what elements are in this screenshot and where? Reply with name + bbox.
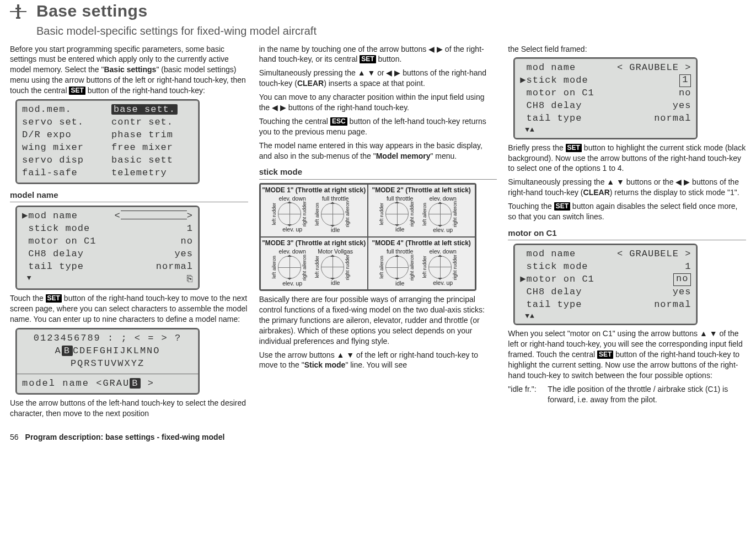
menu-item: telemetry [111, 167, 193, 180]
stick-label: elev. up [272, 227, 313, 233]
menu-item: basic sett [111, 154, 193, 167]
value: < GRAUBELE > [617, 62, 691, 74]
text: Touching the central [259, 117, 330, 126]
para: the Select field framed: [508, 44, 746, 55]
stick-mode-diagram: "MODE 1" (Throttle at right stick) elev.… [259, 183, 476, 291]
stick-label: idle [315, 227, 356, 233]
def-term: "idle fr.": [508, 384, 543, 405]
lcd-char-entry: 0123456789 : ; < = > ? ABCDEFGHIJKLMNO P… [15, 328, 200, 395]
label: mod name [28, 211, 78, 221]
text: ) inserts a space at that point. [324, 79, 425, 88]
stick-label: elev. down [272, 249, 313, 255]
value: < GRAUBELE > [617, 248, 691, 261]
set-key: SET [566, 144, 582, 152]
bold: Stick mode [304, 360, 346, 369]
text: ) returns the display to stick mode "1". [610, 188, 739, 197]
stick-label: right aileron [302, 255, 307, 281]
menu-item: fail-safe [22, 167, 104, 180]
para: Basically there are four possible ways o… [259, 294, 497, 346]
text: " menu. [430, 152, 457, 160]
label: tail type [520, 112, 582, 125]
para: Use the arrow buttons of the left-hand t… [10, 398, 248, 419]
page-footer: 56 Program description: base settings - … [10, 432, 746, 443]
mode-title: "MODE 4" (Throttle at left stick) [372, 239, 470, 247]
set-key: SET [69, 87, 85, 95]
stick-label: full throttle [379, 196, 420, 202]
menu-item: phase trim [111, 129, 193, 142]
text: button. [376, 55, 402, 63]
para: You can move to any character position w… [259, 92, 497, 113]
intro-para: Before you start programming specific pa… [10, 44, 248, 96]
menu-item: free mixer [111, 142, 193, 154]
label: CH8 delay [520, 286, 582, 299]
mode-title: "MODE 1" (Throttle at right stick) [262, 186, 366, 194]
para: Simultaneously pressing the ▲ ▼ or ◀ ▶ b… [259, 68, 497, 89]
svg-rect-3 [16, 17, 20, 19]
stick-label: Motor Vollgas [315, 249, 356, 255]
label: stick mode [28, 223, 90, 234]
label: mod name [520, 248, 576, 261]
label: mod name [527, 62, 576, 73]
mode-title: "MODE 2" (Throttle at left stick) [372, 186, 470, 194]
stick-label: full throttle [315, 196, 356, 202]
menu-item: servo set. [22, 116, 104, 129]
stick-label: right aileron [410, 255, 415, 281]
stick-label: right rudder [453, 255, 458, 280]
char-row: PQRSTUVWXYZ [22, 358, 193, 370]
esc-key: ESC [330, 117, 347, 126]
stick-icon [385, 256, 409, 279]
set-key: SET [597, 351, 613, 359]
stick-label: left rudder [272, 203, 277, 225]
text: button of the right-hand touch-key: [85, 86, 205, 95]
definition-idle-fr: "idle fr.": The idle position of the thr… [508, 384, 746, 405]
set-key: SET [554, 202, 570, 211]
label: motor on C1 [28, 236, 96, 246]
def-desc: The idle position of the throttle / airb… [548, 384, 746, 405]
column-2: in the name by touching one of the arrow… [259, 44, 497, 422]
stick-icon [428, 256, 452, 279]
entered: GRAU [103, 378, 130, 389]
para: The model name entered in this way appea… [259, 141, 497, 161]
stick-label: elev. up [272, 281, 313, 287]
stick-label: left rudder [315, 256, 320, 278]
stick-label: elev. down [272, 196, 313, 202]
para: Touch the SET button of the right-hand t… [10, 293, 248, 325]
text: Touching the [508, 202, 554, 211]
tool-icon [10, 3, 26, 20]
stick-label: full throttle [379, 249, 420, 255]
footer-title: Program description: base settings - fix… [25, 432, 225, 443]
lcd-motor-c1: mod name< GRAUBELE > stick mode1 ▶motor … [513, 244, 698, 325]
value: normal [156, 261, 193, 273]
value-framed: no [673, 273, 691, 286]
bold: Model memory [376, 152, 431, 160]
section-motor-c1: motor on C1 [508, 228, 746, 240]
mode-1-cell: "MODE 1" (Throttle at right stick) elev.… [260, 184, 368, 237]
bold: CLEAR [297, 79, 324, 88]
text: Briefly press the [508, 143, 565, 152]
stick-icon [321, 256, 344, 279]
entry-cursor: B [130, 378, 141, 389]
stick-label: left rudder [379, 203, 384, 225]
stick-label: left aileron [315, 203, 320, 226]
bold: CLEAR [583, 188, 610, 197]
value: yes [174, 248, 193, 261]
label: ▶motor on C1 [520, 273, 594, 286]
value: no [679, 87, 691, 100]
bracket: > [141, 378, 154, 389]
label: CH8 delay [520, 100, 582, 112]
stick-icon [385, 202, 409, 225]
mode-3-cell: "MODE 3" (Throttle at right stick) elev.… [260, 237, 368, 290]
para: Simultaneously pressing the ▲ ▼ buttons … [508, 177, 746, 198]
stick-label: idle [379, 281, 420, 287]
mode-2-cell: "MODE 2" (Throttle at left stick) full t… [368, 184, 475, 237]
bracket: < [96, 378, 103, 389]
para: Use the arrow buttons ▲ ▼ of the left or… [259, 350, 497, 371]
stick-label: left rudder [422, 256, 427, 278]
page-subtitle: Basic model-specific settings for fixed-… [36, 24, 317, 39]
column-1: Before you start programming specific pa… [10, 44, 248, 422]
stick-label: right rudder [302, 201, 307, 227]
label: model name [22, 378, 96, 389]
stick-label: idle [379, 227, 420, 233]
svg-rect-0 [17, 4, 19, 8]
para: Touching the central ESC button of the l… [259, 116, 497, 137]
